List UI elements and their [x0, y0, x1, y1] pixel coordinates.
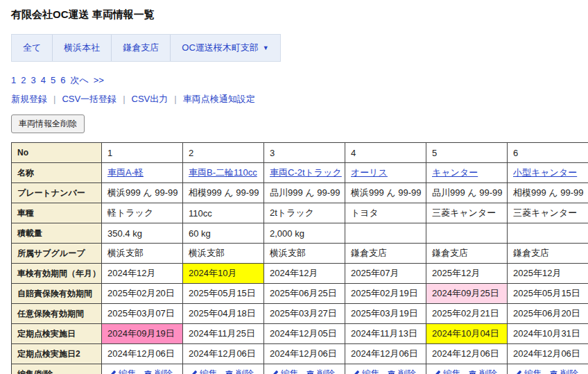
- cell-11-1: 編集削除: [183, 364, 264, 374]
- separator: |: [174, 94, 176, 104]
- cell-2-5: 相模999 ん 99-99: [508, 183, 588, 203]
- tab-3[interactable]: OC運送桜木町支部▼: [171, 35, 279, 61]
- vehicle-name-link[interactable]: 車両C-2tトラック: [270, 167, 342, 178]
- table-row-3: 車種軽トラック110cc2tトラックトヨタ三菱キャンター三菱キャンター: [12, 203, 588, 223]
- tab-label: 横浜本社: [64, 42, 100, 54]
- cell-10-4: 2024年12月06日: [426, 344, 508, 364]
- row-header: プレートナンバー: [12, 183, 102, 203]
- cell-10-2: 2024年12月06日: [264, 344, 345, 364]
- cell-9-5: 2024年10月31日: [508, 324, 588, 344]
- cell-1-4: キャンター: [426, 163, 508, 183]
- edit-label: 編集: [119, 368, 137, 374]
- edit-link[interactable]: 編集: [513, 368, 542, 374]
- cell-8-0: 2025年03月07日: [102, 304, 183, 324]
- action-link-1[interactable]: CSV一括登録: [62, 94, 116, 104]
- trash-icon: [225, 370, 234, 374]
- delete-link[interactable]: 削除: [387, 368, 416, 374]
- cell-7-3: 2025年02月19日: [345, 284, 426, 304]
- action-link-2[interactable]: CSV出力: [132, 94, 168, 104]
- table-row-10: 定期点検実施日22024年12月06日2024年12月06日2024年12月06…: [12, 344, 588, 364]
- delete-link[interactable]: 削除: [225, 368, 254, 374]
- edit-link[interactable]: 編集: [270, 368, 299, 374]
- cell-4-1: 60 kg: [183, 223, 264, 244]
- trash-icon: [549, 370, 558, 374]
- cell-3-4: 三菱キャンター: [426, 203, 508, 223]
- tab-label: OC運送桜木町支部: [182, 42, 259, 54]
- row-header: 名称: [12, 163, 102, 183]
- cell-11-0: 編集削除: [102, 364, 183, 374]
- cell-8-4: 2025年02月21日: [426, 304, 508, 324]
- cell-5-3: 鎌倉支店: [345, 244, 426, 264]
- delete-link[interactable]: 削除: [306, 368, 335, 374]
- cell-8-5: 2025年06月20日: [508, 304, 588, 324]
- page-link-4[interactable]: 4: [41, 75, 46, 85]
- cell-11-4: 編集削除: [426, 364, 508, 374]
- cell-5-2: 横浜支部: [264, 244, 345, 264]
- cell-6-5: 2025年12月: [508, 264, 588, 284]
- row-header: 任意保険有効期間: [12, 304, 102, 324]
- cell-10-0: 2024年12月06日: [102, 344, 183, 364]
- cell-11-3: 編集削除: [345, 364, 426, 374]
- cell-9-1: 2024年11月25日: [183, 324, 264, 344]
- cell-3-0: 軽トラック: [102, 203, 183, 223]
- cell-2-4: 品川999 ん 99-99: [426, 183, 508, 203]
- cell-2-3: 横浜999 ん 99-99: [345, 183, 426, 203]
- vehicle-name-link[interactable]: 小型キャンター: [513, 167, 577, 178]
- next-page-link[interactable]: 次へ: [70, 75, 88, 85]
- cell-5-1: 横浜支部: [183, 244, 264, 264]
- row-header: 編集/削除: [12, 364, 102, 374]
- action-link-3[interactable]: 車両点検通知設定: [183, 94, 255, 104]
- button-row: 車両情報全削除: [11, 114, 577, 133]
- cell-3-3: トヨタ: [345, 203, 426, 223]
- vehicle-name-link[interactable]: キャンター: [432, 167, 478, 178]
- cell-4-0: 350.4 kg: [102, 223, 183, 244]
- edit-link[interactable]: 編集: [107, 368, 137, 374]
- table-row-9: 定期点検実施日2024年09月19日2024年11月25日2024年12月05日…: [12, 324, 588, 344]
- delete-link[interactable]: 削除: [144, 368, 173, 374]
- cell-4-3: [345, 223, 426, 244]
- page: 有限会社OC運送 車両情報一覧 全て横浜本社鎌倉支店OC運送桜木町支部▼ 123…: [0, 0, 588, 374]
- cell-9-0: 2024年09月19日: [102, 324, 183, 344]
- delete-link[interactable]: 削除: [549, 368, 578, 374]
- cell-7-2: 2025年06月25日: [264, 284, 345, 304]
- trash-icon: [387, 370, 396, 374]
- cell-0-3: 4: [345, 143, 426, 163]
- table-row-8: 任意保険有効期間2025年03月07日2025年04月18日2025年03月27…: [12, 304, 588, 324]
- delete-label: 削除: [398, 368, 416, 374]
- edit-link[interactable]: 編集: [189, 368, 218, 374]
- cell-0-0: 1: [102, 143, 183, 163]
- page-link-2[interactable]: 2: [21, 75, 26, 85]
- page-link-3[interactable]: 3: [31, 75, 35, 85]
- page-link-6[interactable]: 6: [60, 75, 65, 85]
- pagination: 123456次へ>>: [11, 74, 577, 87]
- delete-link[interactable]: 削除: [468, 368, 497, 374]
- cell-10-3: 2024年12月06日: [345, 344, 426, 364]
- tab-1[interactable]: 横浜本社: [53, 35, 112, 61]
- delete-all-vehicles-button[interactable]: 車両情報全削除: [11, 114, 85, 133]
- vehicle-name-link[interactable]: オーリス: [351, 167, 388, 178]
- vehicle-name-link[interactable]: 車両A-軽: [107, 167, 144, 178]
- page-link-1[interactable]: 1: [11, 75, 16, 85]
- action-link-0[interactable]: 新規登録: [11, 94, 47, 104]
- row-header: 車検有効期間（年月）: [12, 264, 102, 284]
- row-header: 車種: [12, 203, 102, 223]
- edit-link[interactable]: 編集: [351, 368, 380, 374]
- row-header: 定期点検実施日: [12, 324, 102, 344]
- table-row-11: 編集/削除編集削除編集削除編集削除編集削除編集削除編集削除: [12, 364, 588, 374]
- edit-link[interactable]: 編集: [432, 368, 461, 374]
- row-header: 積載量: [12, 223, 102, 244]
- delete-label: 削除: [317, 368, 335, 374]
- tab-0[interactable]: 全て: [12, 35, 53, 61]
- edit-label: 編集: [281, 368, 299, 374]
- last-page-link[interactable]: >>: [94, 75, 104, 85]
- vehicle-name-link[interactable]: 車両B-二輪110cc: [189, 167, 257, 178]
- tab-2[interactable]: 鎌倉支店: [112, 35, 171, 61]
- delete-label: 削除: [479, 368, 497, 374]
- cell-0-1: 2: [183, 143, 264, 163]
- table-row-0: No123456: [12, 143, 588, 163]
- page-link-5[interactable]: 5: [51, 75, 55, 85]
- vehicle-table-body: No123456名称車両A-軽車両B-二輪110cc車両C-2tトラックオーリス…: [12, 143, 588, 374]
- cell-3-2: 2tトラック: [264, 203, 345, 223]
- delete-label: 削除: [155, 368, 173, 374]
- chevron-down-icon: ▼: [263, 44, 269, 51]
